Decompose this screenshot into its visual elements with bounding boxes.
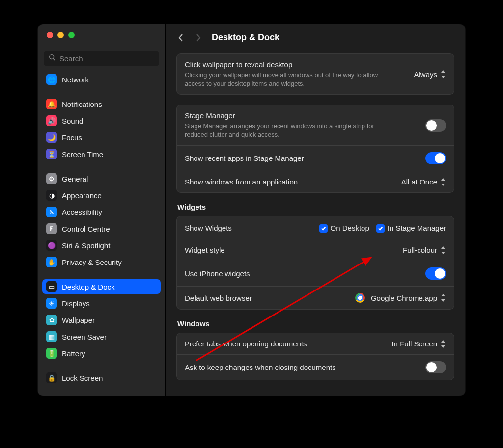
sidebar-item-lockscreen[interactable]: 🔒Lock Screen [42, 370, 161, 385]
sidebar-item-label: Control Centre [62, 225, 110, 233]
chevron-updown-icon [440, 294, 446, 302]
sidebar-item-label: Appearance [62, 191, 102, 200]
recent-apps-label: Show recent apps in Stage Manager [185, 154, 304, 162]
sidebar-item-label: Battery [62, 349, 85, 358]
use-iphone-widgets-toggle[interactable] [425, 267, 446, 280]
prefer-tabs-dropdown[interactable]: In Full Screen [391, 340, 446, 348]
forward-button[interactable] [194, 33, 203, 42]
window-controls [38, 24, 165, 46]
on-desktop-checkbox[interactable] [319, 223, 331, 233]
search-input[interactable] [59, 54, 154, 63]
sidebar-item-label: Screen Saver [62, 333, 107, 341]
back-button[interactable] [176, 33, 185, 42]
sidebar-item-screensaver[interactable]: ▦Screen Saver [42, 329, 161, 344]
sidebar-item-accessibility[interactable]: ♿︎Accessibility [42, 205, 161, 219]
sidebar-item-label: Screen Time [62, 150, 103, 158]
sidebar: 🌐Network🔔Notifications🔊Sound🌙Focus⏳Scree… [38, 24, 166, 396]
sidebar-item-label: Desktop & Dock [62, 283, 115, 291]
sidebar-item-label: Sound [62, 117, 83, 125]
click-wallpaper-title: Click wallpaper to reveal desktop [185, 60, 391, 69]
sidebar-item-network[interactable]: 🌐Network [42, 72, 161, 87]
sidebar-item-label: Network [62, 76, 89, 84]
ask-keep-changes-toggle[interactable] [425, 361, 446, 373]
sidebar-item-label: Wallpaper [62, 316, 95, 324]
battery-icon: 🔋 [46, 348, 57, 359]
chevron-updown-icon [440, 70, 446, 78]
sidebar-item-wallpaper[interactable]: ✿Wallpaper [42, 313, 161, 327]
main-pane: Desktop & Dock Click wallpaper to reveal… [166, 24, 465, 396]
displays-icon: ☀︎ [46, 298, 57, 309]
sidebar-item-displays[interactable]: ☀︎Displays [42, 296, 161, 311]
stage-manager-desc: Stage Manager arranges your recent windo… [185, 122, 391, 139]
sidebar-item-sound[interactable]: 🔊Sound [42, 113, 161, 128]
wallpaper-icon: ✿ [46, 315, 57, 325]
chrome-icon [355, 293, 365, 303]
sidebar-item-label: Siri & Spotlight [62, 241, 110, 250]
recent-apps-toggle[interactable] [425, 152, 446, 164]
desktopdock-icon: ▭ [46, 281, 57, 292]
sidebar-item-label: Displays [62, 299, 90, 308]
sidebar-nav: 🌐Network🔔Notifications🔊Sound🌙Focus⏳Scree… [38, 70, 165, 396]
sidebar-item-label: Privacy & Security [62, 258, 122, 266]
search-icon [49, 54, 56, 63]
siri-icon: 🟣 [46, 240, 57, 251]
network-icon: 🌐 [46, 74, 57, 85]
widget-style-label: Widget style [185, 246, 225, 254]
windows-heading: Windows [177, 319, 453, 328]
controlcentre-icon: 🎚 [46, 223, 57, 234]
in-stage-manager-label: In Stage Manager [388, 224, 446, 232]
use-iphone-widgets-label: Use iPhone widgets [185, 269, 250, 278]
default-browser-dropdown[interactable]: Google Chrome.app [355, 293, 446, 303]
minimize-window-button[interactable] [57, 32, 64, 38]
sidebar-item-label: Accessibility [62, 208, 102, 216]
show-windows-label: Show windows from an application [185, 178, 298, 186]
close-window-button[interactable] [47, 32, 53, 38]
zoom-window-button[interactable] [68, 32, 75, 38]
sidebar-item-label: General [62, 175, 88, 183]
sound-icon: 🔊 [46, 115, 57, 126]
ask-keep-changes-label: Ask to keep changes when closing documen… [185, 363, 336, 371]
sidebar-item-label: Lock Screen [62, 374, 103, 382]
click-wallpaper-desc: Clicking your wallpaper will move all wi… [185, 71, 391, 88]
notifications-icon: 🔔 [46, 99, 57, 109]
default-browser-label: Default web browser [185, 294, 252, 302]
sidebar-item-privacy[interactable]: ✋Privacy & Security [42, 255, 161, 269]
sidebar-item-notifications[interactable]: 🔔Notifications [42, 97, 161, 111]
sidebar-item-desktopdock[interactable]: ▭Desktop & Dock [42, 279, 161, 294]
panel-windows: Prefer tabs when opening documents In Fu… [176, 333, 454, 380]
widgets-heading: Widgets [177, 203, 453, 211]
sidebar-item-controlcentre[interactable]: 🎚Control Centre [42, 221, 161, 236]
chevron-updown-icon [440, 340, 446, 348]
screentime-icon: ⏳ [46, 149, 57, 159]
sidebar-item-battery[interactable]: 🔋Battery [42, 346, 161, 361]
sidebar-item-screentime[interactable]: ⏳Screen Time [42, 147, 161, 161]
show-windows-dropdown[interactable]: All at Once [401, 178, 446, 186]
stage-manager-title: Stage Manager [185, 111, 391, 120]
sidebar-item-label: Focus [62, 133, 82, 142]
search-field[interactable] [44, 51, 159, 66]
chevron-updown-icon [440, 178, 446, 186]
in-stage-manager-checkbox[interactable] [376, 223, 388, 233]
stage-manager-toggle[interactable] [425, 119, 446, 132]
accessibility-icon: ♿︎ [46, 207, 57, 217]
prefer-tabs-label: Prefer tabs when opening documents [185, 340, 307, 348]
sidebar-item-focus[interactable]: 🌙Focus [42, 130, 161, 145]
widget-style-dropdown[interactable]: Full-colour [403, 246, 446, 254]
focus-icon: 🌙 [46, 132, 57, 143]
screensaver-icon: ▦ [46, 331, 57, 342]
panel-click-wallpaper: Click wallpaper to reveal desktop Clicki… [176, 53, 454, 95]
privacy-icon: ✋ [46, 257, 57, 267]
panel-widgets: Show Widgets On Desktop In Stage Manager… [176, 216, 454, 310]
click-wallpaper-dropdown[interactable]: Always [414, 70, 446, 79]
system-settings-window: 🌐Network🔔Notifications🔊Sound🌙Focus⏳Scree… [38, 24, 465, 396]
sidebar-item-appearance[interactable]: ◑Appearance [42, 188, 161, 203]
sidebar-item-siri[interactable]: 🟣Siri & Spotlight [42, 238, 161, 253]
on-desktop-label: On Desktop [331, 224, 369, 232]
topbar: Desktop & Dock [166, 24, 465, 52]
lockscreen-icon: 🔒 [46, 372, 57, 383]
sidebar-item-label: Notifications [62, 100, 102, 108]
page-title: Desktop & Dock [212, 32, 279, 43]
chevron-updown-icon [440, 246, 446, 254]
settings-content: Click wallpaper to reveal desktop Clicki… [166, 52, 465, 396]
sidebar-item-general[interactable]: ⚙︎General [42, 171, 161, 186]
